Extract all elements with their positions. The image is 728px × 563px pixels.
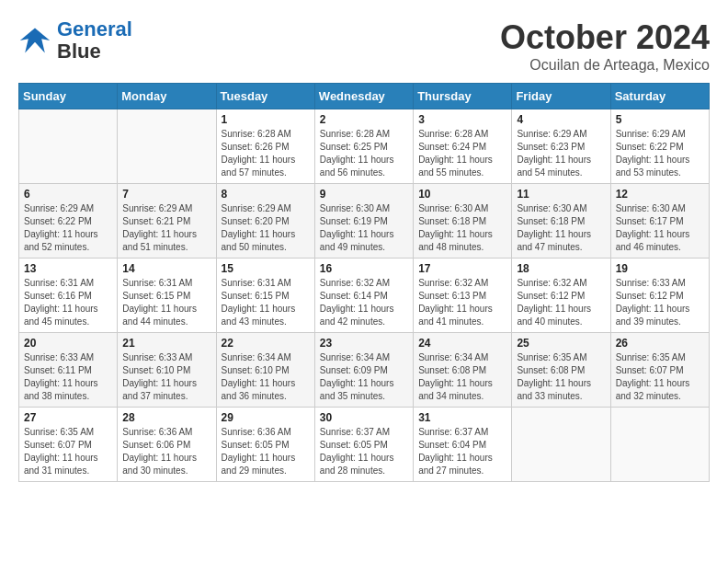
day-cell: 2Sunrise: 6:28 AMSunset: 6:25 PMDaylight… <box>314 109 413 184</box>
logo-bird-icon <box>18 24 51 57</box>
day-number: 8 <box>222 188 310 201</box>
day-info: Sunrise: 6:29 AMSunset: 6:23 PMDaylight:… <box>517 128 605 179</box>
day-number: 17 <box>418 262 506 275</box>
day-number: 24 <box>418 337 506 350</box>
day-cell: 19Sunrise: 6:33 AMSunset: 6:12 PMDayligh… <box>610 259 709 333</box>
day-number: 30 <box>320 411 408 424</box>
day-cell: 11Sunrise: 6:30 AMSunset: 6:18 PMDayligh… <box>512 184 610 259</box>
day-number: 13 <box>24 262 112 275</box>
day-info: Sunrise: 6:37 AMSunset: 6:04 PMDaylight:… <box>418 426 506 477</box>
day-info: Sunrise: 6:29 AMSunset: 6:21 PMDaylight:… <box>122 202 210 254</box>
day-info: Sunrise: 6:30 AMSunset: 6:18 PMDaylight:… <box>517 202 605 254</box>
day-number: 27 <box>24 411 112 424</box>
col-saturday: Saturday <box>610 84 709 109</box>
week-row-4: 20Sunrise: 6:33 AMSunset: 6:11 PMDayligh… <box>19 333 710 408</box>
col-tuesday: Tuesday <box>216 84 314 109</box>
day-number: 25 <box>517 337 605 350</box>
day-number: 21 <box>122 337 210 350</box>
logo: General Blue <box>18 18 132 63</box>
day-cell <box>118 109 216 184</box>
day-cell: 25Sunrise: 6:35 AMSunset: 6:08 PMDayligh… <box>512 333 610 408</box>
day-cell: 28Sunrise: 6:36 AMSunset: 6:06 PMDayligh… <box>118 408 216 482</box>
day-number: 18 <box>517 262 605 275</box>
day-number: 16 <box>320 262 408 275</box>
day-cell: 17Sunrise: 6:32 AMSunset: 6:13 PMDayligh… <box>414 259 512 333</box>
day-info: Sunrise: 6:30 AMSunset: 6:18 PMDaylight:… <box>418 202 506 254</box>
day-number: 19 <box>616 262 704 275</box>
day-cell: 23Sunrise: 6:34 AMSunset: 6:09 PMDayligh… <box>314 333 413 408</box>
day-info: Sunrise: 6:37 AMSunset: 6:05 PMDaylight:… <box>320 426 408 477</box>
day-cell <box>512 408 610 482</box>
day-info: Sunrise: 6:35 AMSunset: 6:07 PMDaylight:… <box>616 351 704 403</box>
day-info: Sunrise: 6:29 AMSunset: 6:22 PMDaylight:… <box>24 202 112 254</box>
day-cell: 16Sunrise: 6:32 AMSunset: 6:14 PMDayligh… <box>314 259 413 333</box>
calendar-header: Sunday Monday Tuesday Wednesday Thursday… <box>19 84 710 109</box>
day-number: 26 <box>616 337 704 350</box>
logo-text: General Blue <box>57 18 132 63</box>
week-row-3: 13Sunrise: 6:31 AMSunset: 6:16 PMDayligh… <box>19 259 710 333</box>
day-cell: 8Sunrise: 6:29 AMSunset: 6:20 PMDaylight… <box>216 184 314 259</box>
day-number: 29 <box>222 411 310 424</box>
day-cell: 14Sunrise: 6:31 AMSunset: 6:15 PMDayligh… <box>118 259 216 333</box>
day-cell: 29Sunrise: 6:36 AMSunset: 6:05 PMDayligh… <box>216 408 314 482</box>
day-info: Sunrise: 6:34 AMSunset: 6:10 PMDaylight:… <box>222 351 310 403</box>
day-cell: 22Sunrise: 6:34 AMSunset: 6:10 PMDayligh… <box>216 333 314 408</box>
day-cell: 21Sunrise: 6:33 AMSunset: 6:10 PMDayligh… <box>118 333 216 408</box>
day-cell: 9Sunrise: 6:30 AMSunset: 6:19 PMDaylight… <box>314 184 413 259</box>
week-row-2: 6Sunrise: 6:29 AMSunset: 6:22 PMDaylight… <box>19 184 710 259</box>
day-cell: 27Sunrise: 6:35 AMSunset: 6:07 PMDayligh… <box>19 408 118 482</box>
day-info: Sunrise: 6:35 AMSunset: 6:07 PMDaylight:… <box>24 426 112 477</box>
day-cell: 4Sunrise: 6:29 AMSunset: 6:23 PMDaylight… <box>512 109 610 184</box>
day-number: 4 <box>517 113 605 126</box>
day-cell: 6Sunrise: 6:29 AMSunset: 6:22 PMDaylight… <box>19 184 118 259</box>
day-number: 6 <box>24 188 112 201</box>
day-info: Sunrise: 6:32 AMSunset: 6:12 PMDaylight:… <box>517 277 605 328</box>
day-info: Sunrise: 6:31 AMSunset: 6:16 PMDaylight:… <box>24 277 112 328</box>
day-info: Sunrise: 6:30 AMSunset: 6:17 PMDaylight:… <box>616 202 704 254</box>
col-friday: Friday <box>512 84 610 109</box>
col-sunday: Sunday <box>19 84 118 109</box>
calendar-body: 1Sunrise: 6:28 AMSunset: 6:26 PMDaylight… <box>19 109 710 482</box>
day-number: 1 <box>222 113 310 126</box>
day-info: Sunrise: 6:34 AMSunset: 6:08 PMDaylight:… <box>418 351 506 403</box>
day-number: 23 <box>320 337 408 350</box>
day-number: 3 <box>418 113 506 126</box>
day-info: Sunrise: 6:36 AMSunset: 6:05 PMDaylight:… <box>222 426 310 477</box>
day-info: Sunrise: 6:29 AMSunset: 6:20 PMDaylight:… <box>222 202 310 254</box>
day-number: 9 <box>320 188 408 201</box>
logo-line2: Blue <box>57 40 132 63</box>
day-number: 10 <box>418 188 506 201</box>
day-info: Sunrise: 6:32 AMSunset: 6:13 PMDaylight:… <box>418 277 506 328</box>
location-title: Ocuilan de Arteaga, Mexico <box>500 57 710 74</box>
logo-line1: General <box>57 17 132 40</box>
day-info: Sunrise: 6:33 AMSunset: 6:10 PMDaylight:… <box>122 351 210 403</box>
day-cell <box>19 109 118 184</box>
day-info: Sunrise: 6:28 AMSunset: 6:25 PMDaylight:… <box>320 128 408 179</box>
day-info: Sunrise: 6:31 AMSunset: 6:15 PMDaylight:… <box>122 277 210 328</box>
day-number: 28 <box>122 411 210 424</box>
day-info: Sunrise: 6:34 AMSunset: 6:09 PMDaylight:… <box>320 351 408 403</box>
week-row-1: 1Sunrise: 6:28 AMSunset: 6:26 PMDaylight… <box>19 109 710 184</box>
day-number: 14 <box>122 262 210 275</box>
calendar-table: Sunday Monday Tuesday Wednesday Thursday… <box>18 83 710 482</box>
day-cell: 18Sunrise: 6:32 AMSunset: 6:12 PMDayligh… <box>512 259 610 333</box>
col-monday: Monday <box>118 84 216 109</box>
day-number: 22 <box>222 337 310 350</box>
day-cell: 26Sunrise: 6:35 AMSunset: 6:07 PMDayligh… <box>610 333 709 408</box>
day-cell: 7Sunrise: 6:29 AMSunset: 6:21 PMDaylight… <box>118 184 216 259</box>
day-cell <box>610 408 709 482</box>
week-row-5: 27Sunrise: 6:35 AMSunset: 6:07 PMDayligh… <box>19 408 710 482</box>
day-info: Sunrise: 6:32 AMSunset: 6:14 PMDaylight:… <box>320 277 408 328</box>
day-cell: 24Sunrise: 6:34 AMSunset: 6:08 PMDayligh… <box>414 333 512 408</box>
day-number: 2 <box>320 113 408 126</box>
day-info: Sunrise: 6:33 AMSunset: 6:12 PMDaylight:… <box>616 277 704 328</box>
day-info: Sunrise: 6:30 AMSunset: 6:19 PMDaylight:… <box>320 202 408 254</box>
day-info: Sunrise: 6:28 AMSunset: 6:24 PMDaylight:… <box>418 128 506 179</box>
day-number: 11 <box>517 188 605 201</box>
day-cell: 15Sunrise: 6:31 AMSunset: 6:15 PMDayligh… <box>216 259 314 333</box>
day-cell: 5Sunrise: 6:29 AMSunset: 6:22 PMDaylight… <box>610 109 709 184</box>
title-block: October 2024 Ocuilan de Arteaga, Mexico <box>500 18 710 74</box>
page-header: General Blue October 2024 Ocuilan de Art… <box>18 18 710 74</box>
day-number: 20 <box>24 337 112 350</box>
day-cell: 12Sunrise: 6:30 AMSunset: 6:17 PMDayligh… <box>610 184 709 259</box>
